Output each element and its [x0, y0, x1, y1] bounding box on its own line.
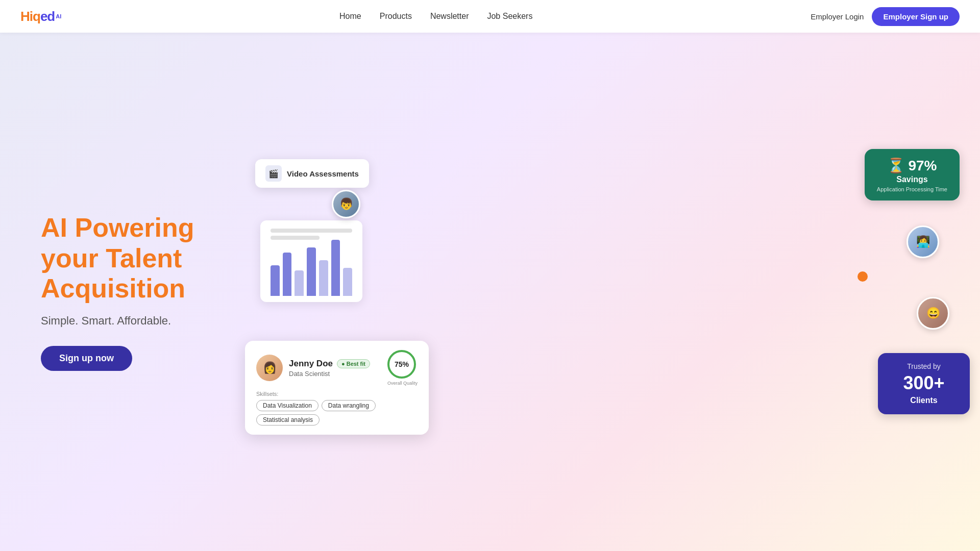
chart-line-1 — [271, 229, 352, 233]
bar-3 — [295, 270, 304, 296]
chart-bars — [271, 245, 352, 296]
logo[interactable]: Hiqed AI — [20, 9, 61, 24]
logo-sup: AI — [56, 13, 61, 19]
employer-login-button[interactable]: Employer Login — [811, 12, 864, 21]
savings-card: ⏳ 97% Savings Application Processing Tim… — [865, 149, 960, 201]
nav-job-seekers[interactable]: Job Seekers — [487, 12, 532, 21]
hero-left: AI Powering your Talent Acquisition Simp… — [0, 213, 245, 371]
bar-1 — [271, 265, 280, 296]
logo-text: Hiqed — [20, 9, 55, 24]
avatar-2: 👩‍💻 — [906, 226, 939, 258]
avatar-1: 👦 — [332, 190, 360, 218]
candidate-role: Data Scientist — [289, 370, 381, 378]
bar-2 — [283, 253, 292, 296]
quality-circle: 75% — [387, 350, 416, 379]
candidate-name: Jenny Doe ● Best fit — [289, 359, 381, 369]
skill-tags: Data Visualization Data wrangling Statis… — [256, 400, 418, 425]
savings-icon: ⏳ — [887, 157, 905, 174]
skill-tag-0: Data Visualization — [256, 400, 318, 411]
hero-subtitle: Simple. Smart. Affordable. — [41, 314, 245, 328]
quality-section: 75% Overall Quality — [387, 350, 418, 386]
candidate-avatar: 👩 — [256, 355, 283, 381]
bar-7 — [343, 268, 352, 296]
quality-sub: Overall Quality — [387, 381, 418, 386]
bar-4 — [307, 247, 316, 296]
nav-newsletter[interactable]: Newsletter — [430, 12, 469, 21]
nav-products[interactable]: Products — [380, 12, 412, 21]
video-assessments-label: Video Assessments — [287, 169, 359, 178]
skillsets-label: Skillsets: — [256, 391, 418, 397]
nav-links: Home Products Newsletter Job Seekers — [339, 12, 532, 21]
video-assessments-card: 🎬 Video Assessments — [255, 159, 369, 188]
hero-title: AI Powering your Talent Acquisition — [41, 213, 245, 304]
candidate-info: Jenny Doe ● Best fit Data Scientist — [289, 359, 381, 378]
hero-right: 🎬 Video Assessments 👦 👩‍💻 😄 — [245, 118, 980, 465]
trusted-label: Trusted by — [892, 362, 955, 370]
employer-signup-button[interactable]: Employer Sign up — [872, 7, 960, 26]
video-icon: 🎬 — [265, 165, 282, 182]
trusted-clients: Clients — [892, 396, 955, 405]
bar-5 — [319, 260, 328, 296]
trusted-count: 300+ — [892, 372, 955, 394]
savings-percentage: ⏳ 97% — [877, 157, 947, 174]
chart-line-2 — [271, 236, 320, 240]
candidate-card: 👩 Jenny Doe ● Best fit Data Scientist 75… — [245, 341, 429, 435]
skill-tag-1: Data wrangling — [322, 400, 376, 411]
nav-home[interactable]: Home — [339, 12, 361, 21]
savings-sub: Application Processing Time — [877, 186, 947, 192]
best-fit-badge: ● Best fit — [337, 359, 370, 368]
avatar-3: 😄 — [917, 297, 949, 330]
bar-6 — [331, 240, 340, 296]
hero-section: AI Powering your Talent Acquisition Simp… — [0, 0, 980, 551]
skill-tag-2: Statistical analysis — [256, 414, 320, 425]
savings-label: Savings — [877, 175, 947, 184]
candidate-header: 👩 Jenny Doe ● Best fit Data Scientist 75… — [256, 350, 418, 386]
chart-card — [260, 220, 362, 302]
nav-actions: Employer Login Employer Sign up — [811, 7, 960, 26]
signup-now-button[interactable]: Sign up now — [41, 346, 132, 371]
orange-dot — [857, 271, 868, 282]
trusted-card: Trusted by 300+ Clients — [878, 353, 970, 414]
navbar: Hiqed AI Home Products Newsletter Job Se… — [0, 0, 980, 33]
